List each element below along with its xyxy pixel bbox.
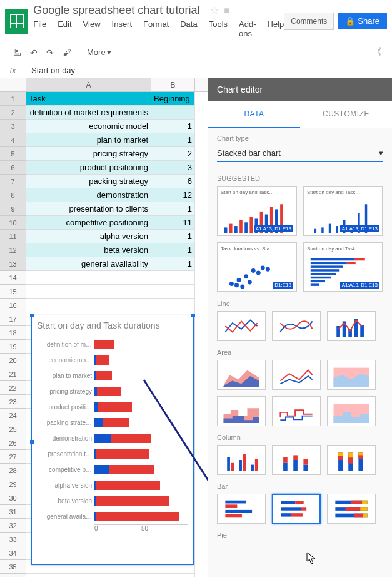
cell[interactable]: plan to market: [26, 133, 151, 147]
row-header[interactable]: 9: [0, 202, 26, 216]
row-header[interactable]: 14: [0, 271, 26, 285]
cell[interactable]: 12: [151, 188, 195, 202]
cell[interactable]: beta version: [26, 243, 151, 257]
redo-icon[interactable]: ↷: [46, 48, 54, 58]
cell[interactable]: 1: [151, 133, 195, 147]
cell[interactable]: 11: [151, 216, 195, 230]
row-header[interactable]: 6: [0, 161, 26, 175]
menu-addons[interactable]: Add-ons: [239, 19, 256, 38]
row-header[interactable]: 4: [0, 133, 26, 147]
share-button[interactable]: 🔒 Share: [338, 13, 387, 29]
row-header[interactable]: 20: [0, 354, 26, 367]
menu-file[interactable]: File: [33, 19, 46, 38]
chart-type-area-1[interactable]: [217, 360, 266, 390]
cell[interactable]: [151, 574, 195, 577]
chart-type-area-6[interactable]: [327, 396, 376, 426]
menu-tools[interactable]: Tools: [209, 19, 228, 38]
menu-format[interactable]: Format: [143, 19, 169, 38]
row-header[interactable]: 17: [0, 312, 26, 326]
cell[interactable]: [151, 285, 195, 299]
row-header[interactable]: 35: [0, 560, 26, 574]
row-header[interactable]: 33: [0, 533, 26, 546]
row-header[interactable]: 30: [0, 491, 26, 505]
suggested-chart-4[interactable]: Start on day and Task… A1:A13, D1:E13: [303, 242, 383, 292]
chart-type-bar-1[interactable]: [217, 494, 266, 524]
row-header[interactable]: 16: [0, 299, 26, 312]
row-header[interactable]: 8: [0, 188, 26, 202]
cell[interactable]: [26, 299, 151, 312]
cell[interactable]: competitive positioning: [26, 216, 151, 230]
row-header[interactable]: 18: [0, 326, 26, 340]
chart-type-column-2[interactable]: [272, 445, 321, 475]
row-header[interactable]: 24: [0, 409, 26, 422]
cell[interactable]: 2: [151, 147, 195, 161]
row-header[interactable]: 25: [0, 422, 26, 436]
row-header[interactable]: 12: [0, 243, 26, 257]
cell[interactable]: 1: [151, 257, 195, 271]
cell[interactable]: pricing strategy: [26, 147, 151, 161]
more-tools[interactable]: More ▾: [82, 48, 116, 57]
move-folder-icon[interactable]: ■: [224, 5, 230, 16]
row-header[interactable]: 5: [0, 147, 26, 161]
cell[interactable]: 1: [151, 120, 195, 133]
comments-button[interactable]: Comments: [284, 13, 334, 30]
row-header[interactable]: 27: [0, 450, 26, 464]
chart-type-bar-100[interactable]: [327, 494, 376, 524]
cell[interactable]: demonstration: [26, 188, 151, 202]
suggested-chart-3[interactable]: Task durations vs. Sta… D1:E13: [217, 242, 297, 292]
spreadsheet-grid[interactable]: A B 1TaskBeginning2definition of market …: [0, 78, 208, 577]
menu-view[interactable]: View: [83, 19, 101, 38]
row-header[interactable]: 22: [0, 381, 26, 395]
cell[interactable]: general availability: [26, 257, 151, 271]
menu-edit[interactable]: Edit: [58, 19, 71, 38]
undo-icon[interactable]: ↶: [30, 48, 38, 58]
cell[interactable]: product positioning: [26, 161, 151, 175]
column-header-b[interactable]: B: [151, 78, 195, 91]
cell[interactable]: presentation to clients: [26, 202, 151, 216]
chart-type-bar-stacked[interactable]: [272, 494, 321, 524]
tab-data[interactable]: DATA: [208, 101, 300, 128]
row-header[interactable]: 32: [0, 519, 26, 533]
row-header[interactable]: 31: [0, 505, 26, 519]
chart-type-line-1[interactable]: [217, 311, 266, 341]
row-header[interactable]: 28: [0, 464, 26, 477]
row-header[interactable]: 1: [0, 92, 26, 106]
chart-type-line-3[interactable]: [327, 311, 376, 341]
document-title[interactable]: Google spreadsheet chart tutorial: [33, 4, 199, 17]
row-header[interactable]: 7: [0, 175, 26, 188]
cell[interactable]: [151, 271, 195, 285]
suggested-chart-2[interactable]: Start on day and Task… A1:A13, D1:E13: [303, 186, 383, 236]
cell[interactable]: Task: [26, 92, 151, 106]
row-header[interactable]: 29: [0, 477, 26, 491]
print-icon[interactable]: 🖶: [13, 48, 21, 58]
row-header[interactable]: 23: [0, 395, 26, 409]
cell[interactable]: packing strategy: [26, 175, 151, 188]
chart-type-column-1[interactable]: [217, 445, 266, 475]
row-header[interactable]: 15: [0, 285, 26, 299]
cell[interactable]: 1: [151, 202, 195, 216]
row-header[interactable]: 3: [0, 120, 26, 133]
chart-type-area-2[interactable]: [272, 360, 321, 390]
formula-input[interactable]: Start on day: [26, 66, 392, 75]
row-header[interactable]: 36: [0, 574, 26, 577]
menu-data[interactable]: Data: [180, 19, 197, 38]
suggested-chart-1[interactable]: Start on day and Task… A1:A13, D1:E13: [217, 186, 297, 236]
chart-type-column-3[interactable]: [327, 445, 376, 475]
row-header[interactable]: 21: [0, 367, 26, 381]
tab-customize[interactable]: CUSTOMIZE: [300, 101, 392, 128]
row-header[interactable]: 11: [0, 230, 26, 243]
sheets-logo[interactable]: [5, 9, 28, 34]
embedded-chart[interactable]: Start on day and Task durations definiti…: [31, 315, 194, 565]
menu-help[interactable]: Help: [268, 19, 284, 38]
row-header[interactable]: 26: [0, 436, 26, 450]
select-all-corner[interactable]: [0, 78, 26, 91]
cell[interactable]: economic model: [26, 120, 151, 133]
cell[interactable]: 3: [151, 161, 195, 175]
cell[interactable]: 1: [151, 230, 195, 243]
row-header[interactable]: 13: [0, 257, 26, 271]
row-header[interactable]: 2: [0, 106, 26, 120]
cell[interactable]: [26, 271, 151, 285]
chart-type-area-5[interactable]: [272, 396, 321, 426]
cell[interactable]: definition of market requirements: [26, 106, 151, 120]
row-header[interactable]: 34: [0, 546, 26, 560]
